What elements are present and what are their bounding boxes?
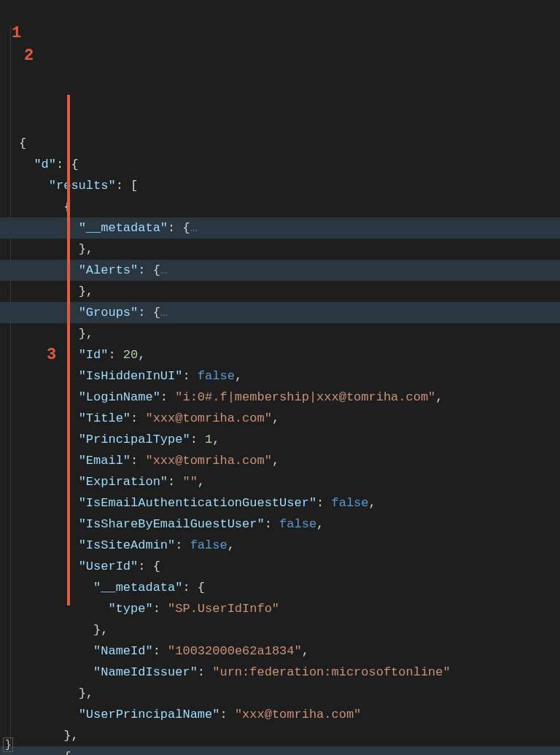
closing-brace-hint: } xyxy=(3,737,13,752)
token-str: "xxx@tomriha.com" xyxy=(145,411,271,425)
code-line[interactable]: "__metadata": { xyxy=(0,577,560,598)
token-pu: , xyxy=(212,433,219,446)
code-line[interactable]: "__metadata": {… xyxy=(0,217,560,239)
token-num: 1 xyxy=(205,433,212,446)
token-kw: false xyxy=(331,496,368,510)
code-line[interactable]: "results": [ xyxy=(0,175,560,196)
code-line[interactable]: "IsShareByEmailGuestUser": false, xyxy=(0,514,560,535)
token-str: "SP.UserIdInfo" xyxy=(168,602,279,616)
token-str: "urn:federation:microsoftonline" xyxy=(212,665,450,679)
token-pu: : xyxy=(219,708,234,721)
token-pu: }, xyxy=(79,284,93,298)
token-key: "LoginName" xyxy=(79,390,160,404)
token-pu: : xyxy=(182,369,197,383)
token-pu: }, xyxy=(93,623,108,637)
token-pu: }, xyxy=(63,729,78,743)
code-line[interactable]: "d": { xyxy=(0,154,560,175)
annotation-marker-2: 2 xyxy=(24,48,34,64)
token-ell: … xyxy=(160,263,168,277)
code-line[interactable]: "Alerts": {… xyxy=(0,260,560,281)
token-key: "UserId" xyxy=(79,560,139,573)
code-line[interactable]: "Title": "xxx@tomriha.com", xyxy=(0,408,560,429)
code-line[interactable]: }, xyxy=(0,239,560,260)
token-pu: : xyxy=(316,496,331,510)
token-key: "IsEmailAuthenticationGuestUser" xyxy=(79,496,316,510)
token-key: "Id" xyxy=(79,348,109,362)
token-key: "NameIdIssuer" xyxy=(93,665,198,679)
token-pu: , xyxy=(316,517,324,531)
token-pu: : xyxy=(190,433,205,446)
code-line[interactable]: }, xyxy=(0,619,560,640)
token-pu: , xyxy=(435,390,443,404)
annotation-bar xyxy=(67,95,70,605)
token-key: "Alerts" xyxy=(79,263,139,277)
token-kw: false xyxy=(190,538,228,552)
token-pu: : xyxy=(131,411,145,425)
code-line[interactable]: }, xyxy=(0,683,560,704)
code-editor[interactable]: 1 2 3 { "d": { "results": [ { "__metadat… xyxy=(0,0,560,755)
code-line[interactable]: "type": "SP.UserIdInfo" xyxy=(0,598,560,619)
token-str: "10032000e62a1834" xyxy=(168,644,302,658)
code-line[interactable]: "Email": "xxx@tomriha.com", xyxy=(0,450,560,471)
code-line[interactable]: {… xyxy=(0,746,560,755)
code-line[interactable]: "LoginName": "i:0#.f|membership|xxx@tomr… xyxy=(0,387,560,408)
token-str: "xxx@tomriha.com" xyxy=(145,454,271,468)
code-line[interactable]: "NameId": "10032000e62a1834", xyxy=(0,640,560,662)
token-str: "" xyxy=(182,475,197,489)
token-pu: : xyxy=(198,665,212,679)
token-pu: : xyxy=(175,538,190,552)
code-line[interactable]: { xyxy=(0,196,560,217)
token-ell: … xyxy=(71,750,78,755)
token-pu: : xyxy=(160,390,175,404)
token-pu: { xyxy=(19,136,26,150)
token-pu: , xyxy=(198,475,205,489)
token-ell: … xyxy=(160,306,168,320)
token-num: 20 xyxy=(123,348,138,362)
token-key: "IsShareByEmailGuestUser" xyxy=(79,517,265,531)
token-pu: : xyxy=(153,644,168,658)
code-line[interactable]: "Expiration": "", xyxy=(0,471,560,492)
token-pu: : xyxy=(108,348,122,362)
token-pu: : xyxy=(265,517,279,531)
token-pu: : { xyxy=(138,263,160,277)
token-pu: , xyxy=(235,369,242,383)
token-kw: false xyxy=(198,369,235,383)
token-key: "NameId" xyxy=(93,644,153,658)
token-pu: { xyxy=(63,750,71,755)
code-line[interactable]: }, xyxy=(0,323,560,344)
token-pu: }, xyxy=(79,327,93,341)
token-key: "d" xyxy=(34,158,56,171)
code-line[interactable]: "UserId": { xyxy=(0,556,560,577)
code-line[interactable]: "Id": 20, xyxy=(0,344,560,365)
token-pu: }, xyxy=(79,242,93,256)
token-pu: , xyxy=(228,538,235,552)
code-line[interactable]: "UserPrincipalName": "xxx@tomriha.com" xyxy=(0,704,560,725)
code-line[interactable]: "IsEmailAuthenticationGuestUser": false, xyxy=(0,492,560,514)
token-key: "IsHiddenInUI" xyxy=(79,369,183,383)
token-str: "i:0#.f|membership|xxx@tomriha.com" xyxy=(175,390,435,404)
token-pu: : { xyxy=(182,581,205,595)
token-pu: , xyxy=(369,496,376,510)
token-pu: : { xyxy=(138,560,160,573)
code-line[interactable]: "PrincipalType": 1, xyxy=(0,429,560,450)
token-key: "Email" xyxy=(79,454,131,468)
token-key: "UserPrincipalName" xyxy=(79,708,220,721)
code-line[interactable]: "IsSiteAdmin": false, xyxy=(0,535,560,556)
annotation-marker-3: 3 xyxy=(47,347,56,363)
token-ell: … xyxy=(190,221,198,235)
token-pu: , xyxy=(302,644,309,658)
token-key: "type" xyxy=(108,602,152,616)
token-pu: : xyxy=(153,602,168,616)
code-line[interactable]: "Groups": {… xyxy=(0,302,560,323)
token-str: "xxx@tomriha.com" xyxy=(235,708,361,721)
code-line[interactable]: "NameIdIssuer": "urn:federation:microsof… xyxy=(0,662,560,683)
token-pu: , xyxy=(272,454,279,468)
token-key: "__metadata" xyxy=(93,581,182,595)
code-line[interactable]: { xyxy=(0,133,560,154)
code-line[interactable]: }, xyxy=(0,725,560,746)
code-line[interactable]: "IsHiddenInUI": false, xyxy=(0,365,560,387)
token-kw: false xyxy=(279,517,316,531)
token-key: "results" xyxy=(49,179,116,193)
code-line[interactable]: }, xyxy=(0,281,560,302)
token-pu: : xyxy=(131,454,145,468)
